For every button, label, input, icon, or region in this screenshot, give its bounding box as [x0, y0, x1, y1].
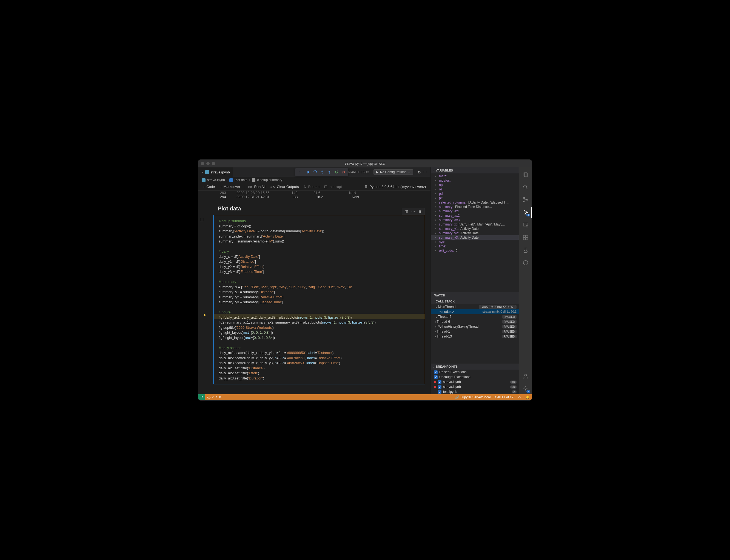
traffic-lights[interactable] — [201, 162, 215, 165]
variable-row[interactable]: ›os: — [431, 187, 519, 192]
thread-row[interactable]: › IPythonHistorySavingThreadPaused — [431, 324, 519, 329]
grip-icon[interactable]: ⋮⋮ — [298, 170, 303, 174]
code-cell[interactable]: ◫ ⋯ 🗑 # setup summary summary = df.copy(… — [213, 215, 425, 384]
search-icon[interactable] — [519, 182, 532, 193]
breakpoint-file-row[interactable]: ✓test.ipynb2 — [431, 389, 519, 394]
minimize-window-icon[interactable] — [206, 162, 210, 165]
notebook-file-icon — [205, 170, 209, 174]
breadcrumb[interactable]: strava.ipynb › Plot data › # setup summa… — [198, 177, 430, 183]
thread-row[interactable]: › Thread-13Paused — [431, 334, 519, 339]
accounts-icon[interactable] — [519, 371, 532, 382]
gear-icon[interactable]: ⚙ — [418, 170, 421, 174]
continue-icon[interactable] — [306, 170, 310, 174]
step-into-icon[interactable] — [320, 170, 324, 174]
breadcrumb-symbol[interactable]: # setup summary — [257, 178, 282, 182]
bp-raised-exceptions[interactable]: ✓Raised Exceptions — [431, 370, 519, 375]
variable-row[interactable]: ›exit_code: 0 — [431, 248, 519, 253]
problems-indicator[interactable]: ×20 — [205, 394, 223, 400]
jupyter-server-status[interactable]: 🔗Jupyter Server: local — [453, 395, 493, 399]
step-out-icon[interactable] — [327, 170, 331, 174]
zoom-window-icon[interactable] — [212, 162, 215, 165]
svg-rect-13 — [526, 235, 527, 237]
variable-row[interactable]: ›summary_y1: Activity Date — [431, 227, 519, 231]
thread-row[interactable]: › Thread-1Paused — [431, 329, 519, 334]
checkbox-icon[interactable]: ✓ — [438, 385, 441, 389]
variable-row[interactable]: ›summary_ax1: — [431, 209, 519, 213]
notebook-editor[interactable]: 2932020-12-28 20:15:5514921.6NaN 2942020… — [198, 191, 430, 394]
add-code-button[interactable]: +Code — [201, 184, 217, 190]
checkbox-icon[interactable]: ✓ — [434, 370, 438, 374]
checkbox-icon[interactable]: ✓ — [438, 380, 441, 384]
variable-row[interactable]: ›summary: Elapsed Time Distance… — [431, 205, 519, 209]
tab-strava[interactable]: × strava.ipynb — [198, 167, 233, 177]
checkbox-icon[interactable]: ✓ — [434, 375, 438, 379]
breakpoint-file-row[interactable]: ✓strava.ipynb10 — [431, 379, 519, 384]
run-debug-label: N AND DEBUG — [348, 170, 369, 174]
kernel-selector[interactable]: 🖥 Python 3.9.5 64-bit ('myvenv': venv) — [362, 184, 428, 189]
split-cell-icon[interactable]: ◫ — [405, 209, 408, 213]
variable-row[interactable]: ›plt: — [431, 196, 519, 200]
breakpoints-section-header[interactable]: ⌄Breakpoints — [431, 364, 519, 370]
stop-icon[interactable] — [200, 218, 203, 221]
variable-row[interactable]: ›sys: — [431, 240, 519, 244]
breakpoints-list[interactable]: ✓Raised Exceptions ✓Uncaught Exceptions … — [431, 370, 519, 394]
breakpoint-file-row[interactable]: ✓strava.ipynb20 — [431, 384, 519, 389]
disconnect-icon[interactable] — [342, 170, 346, 174]
variable-row[interactable]: ›summary_y2: Activity Date — [431, 231, 519, 235]
cell-position-status[interactable]: Cell 11 of 12 — [493, 395, 515, 399]
thread-main[interactable]: ⌄ MainThreadPaused on breakpoint — [431, 304, 519, 309]
source-control-icon[interactable] — [519, 194, 532, 205]
restart-icon[interactable] — [335, 170, 338, 174]
restart-button[interactable]: ↻Restart — [302, 184, 321, 189]
variable-row[interactable]: ›summary_ax3: — [431, 218, 519, 222]
thread-row[interactable]: › Thread-6Paused — [431, 319, 519, 324]
variable-row[interactable]: ›summary_ax2: — [431, 213, 519, 218]
breadcrumb-file[interactable]: strava.ipynb — [207, 178, 225, 182]
step-over-icon[interactable] — [313, 170, 317, 174]
close-window-icon[interactable] — [201, 162, 204, 165]
variables-list[interactable]: ›math: ›mdates: ›np: ›os: ›pd: ›plt: ›se… — [431, 173, 519, 292]
dataframe-output: 2932020-12-28 20:15:5514921.6NaN 2942020… — [198, 191, 430, 199]
remote-indicator[interactable]: ⇄ — [198, 394, 205, 400]
variable-row[interactable]: ›selected_columns: ['Activity Date', 'El… — [431, 200, 519, 205]
testing-icon[interactable] — [519, 245, 532, 256]
interrupt-button[interactable]: Interrupt — [323, 184, 344, 189]
variable-row[interactable]: ›summary_y3: Activity Date — [431, 235, 519, 240]
settings-gear-icon[interactable]: 1 — [519, 383, 532, 394]
remote-explorer-icon[interactable] — [519, 219, 532, 230]
variable-row[interactable]: ›mdates: — [431, 178, 519, 183]
copilot-icon[interactable]: ☺ — [516, 395, 523, 399]
breadcrumb-cell[interactable]: Plot data — [235, 178, 247, 182]
callstack-section-header[interactable]: ⌄Call Stack — [431, 298, 519, 304]
stack-frame[interactable]: <module>strava.ipynb, Cell 11 20:1 — [431, 309, 519, 314]
variable-row[interactable]: ›math: — [431, 174, 519, 178]
variable-row[interactable]: ›summary_x: ['Jan', 'Feb', 'Mar', 'Apr',… — [431, 222, 519, 227]
variables-section-header[interactable]: ⌄Variables — [431, 167, 519, 173]
titlebar[interactable]: strava.ipynb — jupyter-local — [198, 160, 532, 167]
notifications-icon[interactable]: 🔔 — [523, 395, 532, 399]
github-icon[interactable] — [519, 257, 532, 268]
code-content[interactable]: # setup summary summary = df.copy() summ… — [214, 215, 425, 384]
run-debug-icon[interactable]: 1 — [519, 207, 532, 218]
add-markdown-button[interactable]: +Markdown — [218, 184, 242, 190]
thread-row[interactable]: ⌄ Thread-5Paused — [431, 314, 519, 319]
clear-outputs-button[interactable]: ≡✕Clear Outputs — [269, 184, 301, 189]
extensions-icon[interactable] — [519, 232, 532, 243]
close-tab-icon[interactable]: × — [201, 170, 204, 174]
variable-row[interactable]: ›pd: — [431, 192, 519, 196]
svg-rect-15 — [526, 238, 527, 240]
variable-row[interactable]: ›np: — [431, 183, 519, 187]
bp-uncaught-exceptions[interactable]: ✓Uncaught Exceptions — [431, 375, 519, 379]
explorer-icon[interactable] — [519, 169, 532, 180]
call-stack-list[interactable]: ⌄ MainThreadPaused on breakpoint <module… — [431, 304, 519, 339]
delete-cell-icon[interactable]: 🗑 — [418, 209, 422, 213]
debug-floating-toolbar[interactable]: ⋮⋮ — [295, 168, 348, 176]
more-icon[interactable]: ⋯ — [423, 170, 427, 174]
cell-more-icon[interactable]: ⋯ — [411, 209, 415, 213]
checkbox-icon[interactable]: ✓ — [438, 390, 441, 394]
run-all-button[interactable]: ▷▷Run All — [246, 184, 267, 189]
debug-config-dropdown[interactable]: ▶ No Configurations ⌄ — [373, 169, 413, 175]
variable-row[interactable]: ›time: — [431, 244, 519, 248]
cell-gutter[interactable] — [200, 218, 203, 221]
watch-section-header[interactable]: ›Watch — [431, 292, 519, 298]
